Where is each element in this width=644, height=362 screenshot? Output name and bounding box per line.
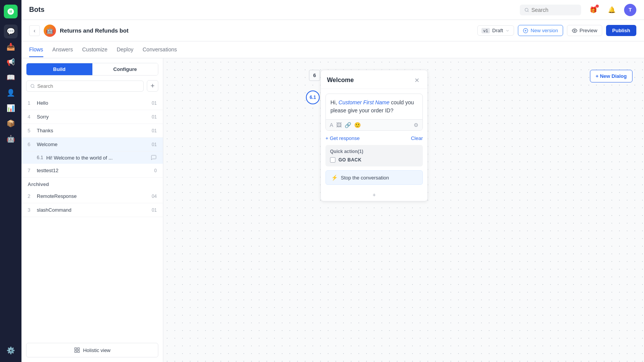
sidebar: Build Configure + 1 Hello [21, 58, 163, 362]
quick-action-title: Quick action(1) [330, 149, 418, 154]
nav-icon-chart[interactable]: 📊 [4, 101, 18, 115]
new-version-button[interactable]: New version [518, 25, 563, 36]
holistic-view-icon [74, 347, 80, 353]
dialog-item-sorry[interactable]: 4 Sorry 01 [21, 110, 163, 124]
plus-circle-icon [523, 28, 528, 33]
archived-label: Archived [21, 178, 163, 189]
emoji-icon[interactable]: 🙂 [354, 122, 361, 128]
holistic-view-label: Holistic view [83, 347, 111, 353]
bot-header-right: v1 Draft New version Preview Publish [477, 25, 636, 36]
message-prefix: Hi, [330, 99, 337, 105]
sidebar-search-input[interactable] [37, 83, 140, 89]
svg-point-0 [525, 8, 528, 11]
stop-conversation-label: Stop the conversation [341, 175, 389, 181]
quick-action-section: Quick action(1) GO BACK [325, 145, 423, 166]
bot-name: Returns and Refunds bot [60, 27, 128, 34]
sidebar-search-icon [30, 84, 35, 89]
eye-icon [572, 28, 577, 33]
top-bar-right: 🎁 🔔 T [520, 4, 636, 16]
holistic-view-button[interactable]: Holistic view [26, 343, 158, 357]
nav-icon-settings[interactable]: ⚙️ [4, 344, 18, 357]
tab-conversations[interactable]: Conversations [143, 43, 177, 57]
bell-icon-btn[interactable]: 🔔 [606, 4, 618, 16]
preview-button[interactable]: Preview [567, 25, 602, 36]
new-dialog-button[interactable]: + New Dialog [590, 70, 632, 82]
avatar[interactable]: T [624, 4, 636, 16]
tab-flows[interactable]: Flows [29, 43, 43, 57]
nav-icon-box[interactable]: 📦 [4, 117, 18, 130]
message-box[interactable]: Hi, Customer First Name could you please… [325, 94, 423, 131]
settings-icon[interactable]: ⚙ [414, 122, 419, 128]
svg-point-5 [574, 30, 575, 31]
version-label: Draft [492, 28, 503, 33]
configure-button[interactable]: Configure [92, 63, 158, 75]
dialog-item-welcome[interactable]: 6 Welcome 01 [21, 138, 163, 151]
svg-rect-8 [75, 348, 77, 350]
image-icon[interactable]: 🖼 [336, 122, 342, 128]
sub-dialog-item-6-1[interactable]: 6.1 Hi! Welcome to the world of ... [21, 151, 163, 164]
svg-line-7 [33, 87, 34, 87]
tab-customize[interactable]: Customize [82, 43, 107, 57]
publish-button[interactable]: Publish [606, 25, 636, 36]
bot-avatar: 🤖 [44, 25, 56, 37]
dialog-item-hello[interactable]: 1 Hello 01 [21, 96, 163, 110]
build-button[interactable]: Build [26, 63, 92, 75]
dialog-item-testtest12[interactable]: 7 testtest12 0 [21, 164, 163, 178]
svg-rect-11 [77, 350, 79, 352]
dialog-number-badge: 6 [309, 70, 320, 81]
main-content: Bots 🎁 🔔 T ‹ 🤖 Returns and Refunds bot [21, 0, 644, 362]
quick-action-item[interactable]: GO BACK [330, 157, 418, 163]
canvas: 6 6.1 Welcome ✕ Hi, Customer First Name … [163, 58, 644, 362]
svg-line-1 [527, 11, 528, 12]
add-dialog-button[interactable]: + [147, 80, 158, 92]
nav-logo[interactable] [4, 5, 18, 18]
add-step-row[interactable]: + [321, 189, 427, 201]
clear-button[interactable]: Clear [411, 135, 423, 141]
svg-point-6 [31, 84, 34, 87]
nav-icon-book[interactable]: 📖 [4, 71, 18, 84]
nav-icon-person[interactable]: 👤 [4, 86, 18, 100]
chevron-down-icon [505, 28, 510, 33]
message-toolbar: A 🖼 🔗 🙂 ⚙ [326, 119, 422, 130]
archived-item-remoteresponse[interactable]: 2 RemoteResponse 04 [21, 189, 163, 203]
back-button[interactable]: ‹ [29, 25, 40, 36]
nav-icon-megaphone[interactable]: 📢 [4, 55, 18, 69]
search-bar[interactable] [520, 5, 581, 15]
search-icon [524, 7, 529, 13]
tab-deploy[interactable]: Deploy [117, 43, 133, 57]
build-config-toggle: Build Configure [26, 63, 158, 76]
version-selector[interactable]: v1 Draft [477, 25, 514, 36]
nav-icon-chat[interactable]: 💬 [4, 25, 18, 38]
stop-conversation-button[interactable]: ⚡ Stop the conversation [325, 170, 423, 185]
page-title: Bots [29, 6, 44, 14]
sidebar-search-bar[interactable] [26, 81, 144, 92]
new-version-label: New version [531, 28, 558, 33]
tabs-bar: Flows Answers Customize Deploy Conversat… [21, 41, 644, 58]
dialog-card: Welcome ✕ Hi, Customer First Name could … [320, 70, 428, 201]
dialog-list: 1 Hello 01 4 Sorry 01 5 [21, 96, 163, 338]
quick-action-label: GO BACK [338, 157, 361, 163]
nav-icon-bot[interactable]: 🤖 [4, 132, 18, 146]
top-bar-left: Bots [29, 6, 44, 14]
card-actions: + Get response Clear [321, 135, 427, 145]
archived-item-slashcommand[interactable]: 3 slashCommand 01 [21, 203, 163, 217]
top-bar: Bots 🎁 🔔 T [21, 0, 644, 20]
link-icon[interactable]: 🔗 [345, 122, 351, 128]
quick-action-checkbox[interactable] [330, 157, 335, 163]
nav-icon-inbox[interactable]: 📥 [4, 40, 18, 54]
tab-answers[interactable]: Answers [53, 43, 73, 57]
dialog-item-thanks[interactable]: 5 Thanks 01 [21, 124, 163, 138]
bot-header-left: ‹ 🤖 Returns and Refunds bot [29, 25, 128, 37]
get-response-button[interactable]: + Get response [325, 135, 360, 141]
gift-icon-btn[interactable]: 🎁 [587, 4, 600, 16]
stop-icon: ⚡ [331, 174, 338, 181]
notification-badge [596, 5, 599, 8]
search-input[interactable] [531, 7, 577, 13]
text-format-icon[interactable]: A [330, 122, 333, 128]
dialog-close-button[interactable]: ✕ [412, 76, 421, 85]
bot-header: ‹ 🤖 Returns and Refunds bot v1 Draft New… [21, 20, 644, 41]
dialog-step-badge[interactable]: 6.1 [306, 90, 320, 104]
svg-rect-10 [75, 350, 77, 352]
left-nav: 💬 📥 📢 📖 👤 📊 📦 🤖 ⚙️ [0, 0, 21, 362]
dialog-card-title: Welcome [327, 77, 354, 84]
